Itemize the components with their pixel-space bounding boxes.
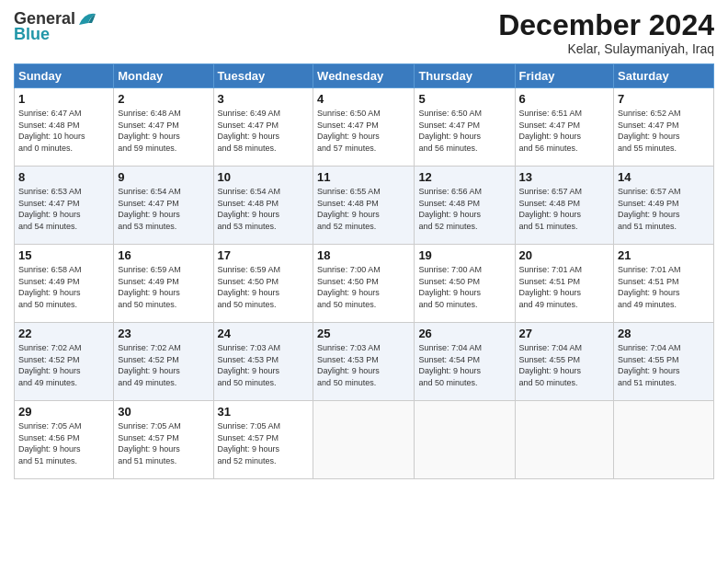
- day-number: 24: [218, 327, 310, 340]
- day-number: 11: [317, 170, 410, 184]
- day-number: 31: [218, 405, 310, 419]
- day-number: 22: [18, 327, 109, 340]
- day-info: Sunrise: 6:51 AMSunset: 4:47 PMDaylight:…: [519, 108, 610, 154]
- logo-block: General Blue: [14, 9, 97, 44]
- location-text: Kelar, Sulaymaniyah, Iraq: [498, 41, 714, 56]
- day-info: Sunrise: 6:59 AMSunset: 4:50 PMDaylight:…: [218, 264, 310, 310]
- day-number: 10: [218, 170, 310, 184]
- calendar-table: Sunday Monday Tuesday Wednesday Thursday…: [14, 63, 714, 479]
- day-number: 12: [418, 170, 510, 184]
- day-number: 19: [418, 248, 510, 262]
- table-row: 20Sunrise: 7:01 AMSunset: 4:51 PMDayligh…: [515, 245, 614, 323]
- day-info: Sunrise: 7:04 AMSunset: 4:54 PMDaylight:…: [418, 342, 510, 388]
- table-row: 25Sunrise: 7:03 AMSunset: 4:53 PMDayligh…: [313, 323, 415, 401]
- day-number: 21: [618, 248, 710, 262]
- table-row: 5Sunrise: 6:50 AMSunset: 4:47 PMDaylight…: [415, 88, 515, 167]
- day-info: Sunrise: 6:58 AMSunset: 4:49 PMDaylight:…: [18, 264, 109, 310]
- table-row: 26Sunrise: 7:04 AMSunset: 4:54 PMDayligh…: [415, 323, 515, 401]
- table-row: 4Sunrise: 6:50 AMSunset: 4:47 PMDaylight…: [313, 88, 415, 167]
- day-info: Sunrise: 7:01 AMSunset: 4:51 PMDaylight:…: [519, 264, 610, 310]
- table-row: 17Sunrise: 6:59 AMSunset: 4:50 PMDayligh…: [213, 245, 313, 323]
- day-info: Sunrise: 7:05 AMSunset: 4:57 PMDaylight:…: [218, 420, 310, 466]
- table-row: 16Sunrise: 6:59 AMSunset: 4:49 PMDayligh…: [114, 245, 213, 323]
- day-info: Sunrise: 6:54 AMSunset: 4:48 PMDaylight:…: [218, 186, 310, 232]
- day-info: Sunrise: 6:54 AMSunset: 4:47 PMDaylight:…: [118, 186, 209, 232]
- table-row: 6Sunrise: 6:51 AMSunset: 4:47 PMDaylight…: [515, 88, 614, 167]
- day-info: Sunrise: 7:02 AMSunset: 4:52 PMDaylight:…: [18, 342, 109, 388]
- day-number: 30: [118, 405, 209, 419]
- table-row: 7Sunrise: 6:52 AMSunset: 4:47 PMDaylight…: [614, 88, 714, 167]
- day-number: 18: [317, 248, 410, 262]
- table-row: 2Sunrise: 6:48 AMSunset: 4:47 PMDaylight…: [114, 88, 213, 167]
- calendar-week-row: 22Sunrise: 7:02 AMSunset: 4:52 PMDayligh…: [15, 323, 714, 401]
- day-number: 2: [118, 92, 209, 106]
- day-number: 8: [18, 170, 109, 184]
- day-info: Sunrise: 7:00 AMSunset: 4:50 PMDaylight:…: [317, 264, 410, 310]
- day-number: 16: [118, 248, 209, 262]
- col-friday: Friday: [515, 64, 614, 88]
- day-info: Sunrise: 6:57 AMSunset: 4:49 PMDaylight:…: [618, 186, 710, 232]
- day-info: Sunrise: 7:05 AMSunset: 4:57 PMDaylight:…: [118, 420, 209, 466]
- day-info: Sunrise: 7:05 AMSunset: 4:56 PMDaylight:…: [18, 420, 109, 466]
- table-row: 10Sunrise: 6:54 AMSunset: 4:48 PMDayligh…: [213, 167, 313, 245]
- col-monday: Monday: [114, 64, 213, 88]
- day-info: Sunrise: 6:53 AMSunset: 4:47 PMDaylight:…: [18, 186, 109, 232]
- table-row: [313, 401, 415, 479]
- calendar-week-row: 15Sunrise: 6:58 AMSunset: 4:49 PMDayligh…: [15, 245, 714, 323]
- table-row: 13Sunrise: 6:57 AMSunset: 4:48 PMDayligh…: [515, 167, 614, 245]
- table-row: 19Sunrise: 7:00 AMSunset: 4:50 PMDayligh…: [415, 245, 515, 323]
- col-thursday: Thursday: [415, 64, 515, 88]
- table-row: 18Sunrise: 7:00 AMSunset: 4:50 PMDayligh…: [313, 245, 415, 323]
- month-title: December 2024: [498, 9, 714, 41]
- day-number: 20: [519, 248, 610, 262]
- table-row: [515, 401, 614, 479]
- page-container: General Blue December 2024 Kelar, Sulaym…: [0, 0, 728, 488]
- table-row: 29Sunrise: 7:05 AMSunset: 4:56 PMDayligh…: [15, 401, 114, 479]
- table-row: 11Sunrise: 6:55 AMSunset: 4:48 PMDayligh…: [313, 167, 415, 245]
- col-wednesday: Wednesday: [313, 64, 415, 88]
- day-info: Sunrise: 6:49 AMSunset: 4:47 PMDaylight:…: [218, 108, 310, 154]
- table-row: 3Sunrise: 6:49 AMSunset: 4:47 PMDaylight…: [213, 88, 313, 167]
- table-row: 23Sunrise: 7:02 AMSunset: 4:52 PMDayligh…: [114, 323, 213, 401]
- day-info: Sunrise: 6:57 AMSunset: 4:48 PMDaylight:…: [519, 186, 610, 232]
- day-number: 28: [618, 327, 710, 340]
- table-row: [415, 401, 515, 479]
- table-row: 15Sunrise: 6:58 AMSunset: 4:49 PMDayligh…: [15, 245, 114, 323]
- header: General Blue December 2024 Kelar, Sulaym…: [14, 9, 714, 56]
- table-row: 22Sunrise: 7:02 AMSunset: 4:52 PMDayligh…: [15, 323, 114, 401]
- day-number: 1: [18, 92, 109, 106]
- day-info: Sunrise: 7:03 AMSunset: 4:53 PMDaylight:…: [317, 342, 410, 388]
- day-number: 15: [18, 248, 109, 262]
- day-info: Sunrise: 6:55 AMSunset: 4:48 PMDaylight:…: [317, 186, 410, 232]
- col-tuesday: Tuesday: [213, 64, 313, 88]
- day-number: 5: [418, 92, 510, 106]
- day-number: 4: [317, 92, 410, 106]
- day-number: 26: [418, 327, 510, 340]
- day-info: Sunrise: 6:47 AMSunset: 4:48 PMDaylight:…: [18, 108, 109, 154]
- day-info: Sunrise: 7:01 AMSunset: 4:51 PMDaylight:…: [618, 264, 710, 310]
- table-row: 28Sunrise: 7:04 AMSunset: 4:55 PMDayligh…: [614, 323, 714, 401]
- day-info: Sunrise: 7:04 AMSunset: 4:55 PMDaylight:…: [618, 342, 710, 388]
- calendar-week-row: 1Sunrise: 6:47 AMSunset: 4:48 PMDaylight…: [15, 88, 714, 167]
- table-row: 21Sunrise: 7:01 AMSunset: 4:51 PMDayligh…: [614, 245, 714, 323]
- table-row: 27Sunrise: 7:04 AMSunset: 4:55 PMDayligh…: [515, 323, 614, 401]
- day-number: 29: [18, 405, 109, 419]
- col-saturday: Saturday: [614, 64, 714, 88]
- day-info: Sunrise: 6:52 AMSunset: 4:47 PMDaylight:…: [618, 108, 710, 154]
- day-info: Sunrise: 6:50 AMSunset: 4:47 PMDaylight:…: [317, 108, 410, 154]
- day-number: 17: [218, 248, 310, 262]
- day-number: 6: [519, 92, 610, 106]
- table-row: 30Sunrise: 7:05 AMSunset: 4:57 PMDayligh…: [114, 401, 213, 479]
- day-info: Sunrise: 6:48 AMSunset: 4:47 PMDaylight:…: [118, 108, 209, 154]
- calendar-week-row: 8Sunrise: 6:53 AMSunset: 4:47 PMDaylight…: [15, 167, 714, 245]
- day-info: Sunrise: 7:00 AMSunset: 4:50 PMDaylight:…: [418, 264, 510, 310]
- day-info: Sunrise: 6:56 AMSunset: 4:48 PMDaylight:…: [418, 186, 510, 232]
- logo-wing-icon: [77, 10, 97, 27]
- day-info: Sunrise: 6:59 AMSunset: 4:49 PMDaylight:…: [118, 264, 209, 310]
- day-info: Sunrise: 7:03 AMSunset: 4:53 PMDaylight:…: [218, 342, 310, 388]
- day-number: 23: [118, 327, 209, 340]
- day-number: 9: [118, 170, 209, 184]
- title-section: December 2024 Kelar, Sulaymaniyah, Iraq: [498, 9, 714, 56]
- day-number: 13: [519, 170, 610, 184]
- table-row: 1Sunrise: 6:47 AMSunset: 4:48 PMDaylight…: [15, 88, 114, 167]
